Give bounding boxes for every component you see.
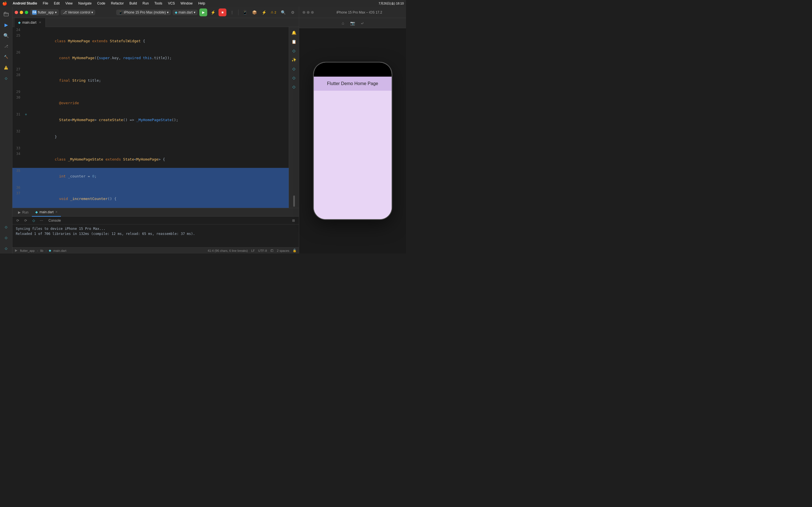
- code-line-37: 37 void _incrementCounter() {: [12, 190, 289, 207]
- sim-nav-screenshot[interactable]: 📷: [350, 20, 356, 26]
- sim-traffic-lights: [303, 11, 314, 14]
- more-options-button[interactable]: ⋮: [228, 8, 236, 16]
- line-content-31: State<MyHomePage> createState() => _MyHo…: [28, 112, 289, 128]
- stop-button[interactable]: ■: [218, 8, 226, 16]
- simulator-title: iPhone 15 Pro Max – iOS 17.2: [316, 10, 403, 14]
- traffic-light-maximize[interactable]: [25, 11, 28, 14]
- status-sep-1: ›: [37, 249, 38, 252]
- menu-view[interactable]: View: [64, 1, 74, 5]
- console-restart-btn[interactable]: ⟳: [15, 217, 21, 224]
- search-button[interactable]: 🔍: [279, 8, 287, 16]
- traffic-light-minimize[interactable]: [20, 11, 23, 14]
- right-icon-flutter2[interactable]: ◇: [290, 65, 298, 73]
- sidebar-icon-flutter2[interactable]: ◇: [1, 222, 11, 232]
- run-button[interactable]: ▶: [199, 8, 207, 16]
- menu-android-studio[interactable]: Android Studio: [11, 1, 38, 5]
- tab-main-dart[interactable]: ◆ main.dart ✕: [15, 18, 46, 27]
- sidebar-icon-folder[interactable]: [1, 9, 11, 19]
- line-content-34: class _MyHomePageState extends State<MyH…: [28, 151, 289, 168]
- line-number-36: 36: [12, 185, 24, 190]
- editor-content: 24 25 class MyHomePage extends StatefulW…: [12, 27, 299, 208]
- phone-wifi-icon: WiFi: [375, 65, 380, 68]
- menu-build[interactable]: Build: [128, 1, 138, 5]
- device-manager-button[interactable]: 📱: [241, 8, 249, 16]
- warning-icon: ⚠: [271, 10, 273, 14]
- bottom-tab-main-dart[interactable]: ◆ main.dart ✕: [32, 208, 61, 217]
- menu-edit[interactable]: Edit: [53, 1, 61, 5]
- menu-window[interactable]: Window: [179, 1, 194, 5]
- menu-navigate[interactable]: Navigate: [77, 1, 93, 5]
- right-icon-flutter3[interactable]: ◇: [290, 74, 298, 82]
- sidebar-icon-warning[interactable]: ⚠️: [1, 62, 11, 73]
- console-content: Syncing files to device iPhone 15 Pro Ma…: [12, 224, 299, 247]
- phone-container: 18:10 ●●● WiFi ▮▮▮ Flutter Demo Home Pag…: [299, 28, 406, 253]
- sim-tl-3[interactable]: [311, 11, 314, 14]
- minimap-scrollbar[interactable]: [293, 195, 295, 207]
- menu-code[interactable]: Code: [96, 1, 107, 5]
- console-layout-btn[interactable]: ⊞: [290, 217, 297, 224]
- vcs-selector[interactable]: ⎇ Version control ▾: [61, 10, 95, 15]
- console-flutter-btn[interactable]: ◇: [31, 217, 37, 224]
- right-icon-bookmark[interactable]: 📋: [290, 38, 298, 46]
- menu-tools[interactable]: Tools: [153, 1, 163, 5]
- traffic-light-close[interactable]: [15, 11, 18, 14]
- sidebar-icon-play[interactable]: ▶: [1, 20, 11, 30]
- console-label: Console: [49, 219, 289, 223]
- sidebar-icon-flutter3[interactable]: ◇: [1, 233, 11, 243]
- sidebar-icon-flutter4[interactable]: ◇: [1, 243, 11, 253]
- sidebar-icon-search[interactable]: 🔍: [1, 31, 11, 41]
- status-indent[interactable]: 2 spaces: [277, 249, 289, 252]
- bottom-tab-run[interactable]: ▶ Run: [15, 208, 32, 217]
- code-line-27: 27: [12, 66, 289, 72]
- right-icon-flutter1[interactable]: ◇: [290, 47, 298, 55]
- line-number-26: 26: [12, 50, 24, 55]
- sidebar-icon-build[interactable]: 🔨: [1, 52, 11, 62]
- code-editor[interactable]: 24 25 class MyHomePage extends StatefulW…: [12, 27, 289, 208]
- status-lock-icon[interactable]: 🔓: [293, 249, 297, 252]
- bottom-tab-close[interactable]: ✕: [55, 210, 57, 214]
- lightning-button[interactable]: ⚡: [209, 8, 217, 16]
- status-column-selector[interactable]: ⧠: [270, 249, 273, 252]
- menu-vcs[interactable]: VCS: [167, 1, 176, 5]
- line-content-28: final String title;: [28, 72, 289, 89]
- device-selector[interactable]: 📱 iPhone 15 Pro Max (mobile) ▾: [116, 10, 171, 15]
- console-more-btn[interactable]: ⋯: [38, 217, 45, 224]
- line-number-35: 35: [12, 168, 24, 173]
- flash-button[interactable]: ⚡: [260, 8, 268, 16]
- status-project[interactable]: flutter_app: [20, 249, 35, 252]
- sim-nav-rotate[interactable]: ⤾: [359, 20, 365, 26]
- apple-menu-icon[interactable]: 🍎: [2, 1, 7, 6]
- sim-tl-1[interactable]: [303, 11, 305, 14]
- status-file[interactable]: main.dart: [53, 249, 66, 252]
- project-icon: FA: [32, 10, 37, 15]
- gutter-dart-icon-31: ◇: [25, 112, 27, 117]
- status-expand-icon[interactable]: ⯈: [15, 249, 18, 252]
- menu-refactor[interactable]: Refactor: [110, 1, 125, 5]
- status-position[interactable]: 41:4 (96 chars, 6 line breaks): [207, 249, 248, 252]
- sim-tl-2[interactable]: [307, 11, 310, 14]
- sidebar-icon-git[interactable]: ⎇: [1, 41, 11, 51]
- status-lib[interactable]: lib: [40, 249, 43, 252]
- status-charset[interactable]: UTF-8: [258, 249, 267, 252]
- sim-nav-home[interactable]: ⌂: [340, 20, 346, 26]
- sidebar-icon-flutter1[interactable]: ◇: [1, 73, 11, 83]
- tab-close-button[interactable]: ✕: [38, 20, 42, 24]
- tab-label: main.dart: [22, 20, 36, 24]
- menu-file[interactable]: File: [42, 1, 49, 5]
- right-icon-flutter4[interactable]: ◇: [290, 83, 298, 91]
- console-line-1: Syncing files to device iPhone 15 Pro Ma…: [16, 226, 296, 231]
- sdk-manager-button[interactable]: 📦: [250, 8, 258, 16]
- right-icon-notifications[interactable]: 🔔: [290, 29, 298, 37]
- menu-run[interactable]: Run: [142, 1, 150, 5]
- svg-rect-0: [4, 13, 8, 16]
- right-icon-sparkle[interactable]: ✨: [290, 56, 298, 64]
- menu-help[interactable]: Help: [197, 1, 206, 5]
- settings-button[interactable]: ⚙: [289, 8, 297, 16]
- line-number-30: 30: [12, 95, 24, 100]
- warnings-button[interactable]: ⚠ 2: [269, 8, 277, 16]
- console-reload-btn[interactable]: ⟳: [22, 217, 29, 224]
- code-line-35: 35 int _counter = 0;: [12, 168, 289, 185]
- run-file-selector[interactable]: ◆ main.dart ▾: [172, 10, 198, 15]
- project-selector[interactable]: FA flutter_app ▾: [30, 9, 59, 15]
- status-encoding[interactable]: LF: [251, 249, 255, 252]
